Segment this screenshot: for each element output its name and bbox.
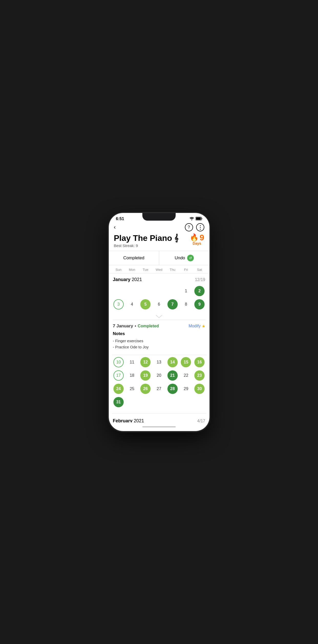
day-header-sun: Sun (112, 268, 125, 272)
home-bar (142, 426, 176, 427)
february-header: February 2021 4/17 (112, 415, 206, 422)
day-5[interactable]: 5 (139, 298, 152, 310)
help-button[interactable]: ? (185, 223, 193, 231)
detail-section: 7 January • Completed Modify ★ Notes - F… (109, 319, 209, 354)
day-7[interactable]: 7 (166, 298, 179, 310)
february-section: February 2021 4/17 1 2 3 4 5 6 (109, 415, 209, 422)
january-grid-bottom: 10 11 12 13 14 15 16 17 18 19 20 21 22 2… (112, 356, 206, 408)
day-2[interactable]: 2 (193, 285, 206, 297)
streak-number: 9 (200, 233, 204, 242)
day-22[interactable]: 22 (179, 369, 193, 382)
svg-rect-2 (202, 218, 202, 219)
day-empty (179, 396, 193, 408)
day-header-sat: Sat (193, 268, 206, 272)
day-1[interactable]: 1 (179, 285, 193, 297)
day-headers: Sun Mon Tue Wed Thu Fri Sat (109, 265, 209, 273)
best-streak: Best Streak: 9 (114, 243, 179, 248)
wifi-icon (189, 217, 194, 221)
day-30[interactable]: 30 (193, 383, 206, 395)
day-21[interactable]: 21 (166, 369, 179, 382)
detail-bullet: • (135, 324, 136, 329)
january-rest: 10 11 12 13 14 15 16 17 18 19 20 21 22 2… (109, 356, 209, 412)
day-19[interactable]: 19 (139, 369, 152, 382)
day-24[interactable]: 24 (112, 383, 125, 395)
tooltip-separator (109, 315, 209, 319)
flame-icon: 🔥 (190, 234, 199, 241)
day-cell (112, 285, 125, 297)
day-3[interactable]: 3 (112, 298, 125, 310)
day-6[interactable]: 6 (152, 298, 166, 310)
day-12[interactable]: 12 (139, 356, 152, 368)
phone-frame: 6:51 (109, 213, 209, 431)
habit-title-text: Play The Piano (114, 233, 172, 243)
habit-title: Play The Piano 𝄞 (114, 233, 179, 243)
status-icons (189, 217, 202, 221)
day-28[interactable]: 28 (166, 383, 179, 395)
day-header-fri: Fri (179, 268, 193, 272)
title-row: Play The Piano 𝄞 Best Streak: 9 🔥 9 Days (114, 233, 204, 248)
more-icon: ⋮ (198, 224, 203, 230)
february-count: 4/17 (197, 419, 205, 423)
day-10[interactable]: 10 (112, 356, 125, 368)
tab-bar: Completed Undo ↺ (109, 251, 209, 265)
svg-rect-3 (196, 217, 201, 220)
status-time: 6:51 (116, 217, 124, 221)
phone-screen: 6:51 (109, 213, 209, 431)
day-header-thu: Thu (166, 268, 179, 272)
january-count: 12/19 (195, 277, 205, 282)
music-icon: 𝄞 (174, 234, 178, 242)
header: ‹ ? ⋮ Play The Piano 𝄞 (109, 222, 209, 251)
help-icon: ? (188, 225, 190, 230)
day-cell (139, 285, 152, 297)
day-empty (193, 396, 206, 408)
day-cell (166, 285, 179, 297)
battery-icon (196, 217, 202, 221)
more-button[interactable]: ⋮ (196, 223, 204, 231)
home-indicator (109, 422, 209, 431)
day-9[interactable]: 9 (193, 298, 206, 310)
header-actions: ? ⋮ (185, 223, 204, 231)
january-month: January (113, 277, 131, 282)
january-year: 2021 (132, 277, 142, 282)
day-14[interactable]: 14 (166, 356, 179, 368)
day-empty (125, 396, 139, 408)
content-scroll[interactable]: ‹ ? ⋮ Play The Piano 𝄞 (109, 222, 209, 422)
day-empty (166, 396, 179, 408)
star-icon: ★ (202, 324, 205, 329)
day-header-tue: Tue (139, 268, 152, 272)
streak-top: 🔥 9 (190, 233, 204, 242)
day-header-mon: Mon (125, 268, 139, 272)
day-23[interactable]: 23 (193, 369, 206, 382)
day-29[interactable]: 29 (179, 383, 193, 395)
tab-undo-label: Undo (175, 255, 185, 261)
tab-undo[interactable]: Undo ↺ (159, 251, 209, 265)
tab-completed[interactable]: Completed (109, 251, 159, 265)
day-empty (139, 396, 152, 408)
day-20[interactable]: 20 (152, 369, 166, 382)
day-18[interactable]: 18 (125, 369, 139, 382)
day-17[interactable]: 17 (112, 369, 125, 382)
day-25[interactable]: 25 (125, 383, 139, 395)
day-11[interactable]: 11 (125, 356, 139, 368)
modify-button[interactable]: Modify ★ (188, 324, 205, 329)
detail-status: Completed (138, 324, 159, 328)
day-8[interactable]: 8 (179, 298, 193, 310)
day-31[interactable]: 31 (112, 396, 125, 408)
undo-icon: ↺ (187, 255, 194, 261)
day-13[interactable]: 13 (152, 356, 166, 368)
divider (112, 355, 206, 355)
day-26[interactable]: 26 (139, 383, 152, 395)
day-cell (125, 285, 139, 297)
detail-header: 7 January • Completed Modify ★ (113, 324, 205, 329)
streak-unit: Days (193, 242, 201, 245)
day-16[interactable]: 16 (193, 356, 206, 368)
january-section: January 2021 12/19 1 2 3 4 (109, 273, 209, 315)
back-button[interactable]: ‹ (114, 224, 116, 231)
day-15[interactable]: 15 (179, 356, 193, 368)
title-group: Play The Piano 𝄞 Best Streak: 9 (114, 233, 179, 248)
svg-point-0 (191, 220, 192, 220)
header-nav: ‹ ? ⋮ (114, 223, 204, 231)
day-4[interactable]: 4 (125, 298, 139, 310)
day-27[interactable]: 27 (152, 383, 166, 395)
day-header-wed: Wed (152, 268, 166, 272)
